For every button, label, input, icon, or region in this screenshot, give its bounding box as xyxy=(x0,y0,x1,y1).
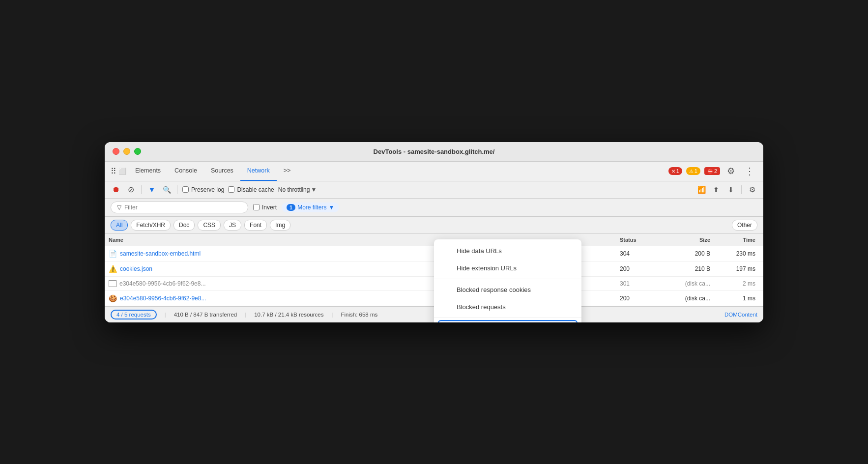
error-icon: ✕ xyxy=(671,169,675,174)
close-button[interactable] xyxy=(113,148,119,155)
tab-network[interactable]: Network xyxy=(240,162,277,181)
warning-icon: ⚠ xyxy=(689,169,694,174)
td-status-2: 301 xyxy=(616,279,655,288)
more-filters-arrow-icon: ▼ xyxy=(328,204,334,211)
doc-icon: 📄 xyxy=(109,250,117,258)
network-settings-icon[interactable]: ⚙ xyxy=(747,184,757,195)
preserve-log-label[interactable]: Preserve log xyxy=(182,186,224,193)
td-size-2: (disk ca... xyxy=(655,279,714,288)
row-filename-1: cookies.json xyxy=(120,265,152,272)
transferred-size: 410 B / 847 B transferred xyxy=(174,312,237,318)
more-filters-dropdown: Hide data URLs Hide extension URLs Block… xyxy=(434,239,581,322)
upload-icon[interactable]: ⬆ xyxy=(711,184,722,195)
chip-js[interactable]: JS xyxy=(224,220,241,231)
dropdown-separator-1 xyxy=(434,279,581,279)
td-status-0: 304 xyxy=(616,249,655,258)
online-icon[interactable]: 📶 xyxy=(696,184,707,195)
chip-other[interactable]: Other xyxy=(732,220,757,231)
filter-input-wrap: ▽ xyxy=(111,202,248,213)
tabs-bar: ⠿ ⬜ Elements Console Sources Network >> … xyxy=(105,162,763,181)
error-badge[interactable]: ✕ 1 xyxy=(668,167,682,175)
td-size-0: 200 B xyxy=(655,249,714,258)
invert-label[interactable]: Invert xyxy=(253,204,277,211)
toolbar-divider-2 xyxy=(177,185,177,194)
block-badge[interactable]: ⛔ 2 xyxy=(704,167,720,175)
chip-css[interactable]: CSS xyxy=(198,220,221,231)
chip-doc[interactable]: Doc xyxy=(174,220,195,231)
dropdown-hide-extension-urls[interactable]: Hide extension URLs xyxy=(434,260,581,277)
filter-input[interactable] xyxy=(124,204,223,211)
warning-badge[interactable]: ⚠ 1 xyxy=(686,167,700,175)
warning-row-icon: ⚠️ xyxy=(109,265,117,273)
th-status: Status xyxy=(616,236,655,244)
td-size-1: 210 B xyxy=(655,264,714,273)
selector-icon[interactable]: ⠿ xyxy=(111,167,116,176)
toolbar: ⏺ ⊘ ▼ 🔍 Preserve log Disable cache No th… xyxy=(105,181,763,199)
chip-fetch-xhr[interactable]: Fetch/XHR xyxy=(131,220,171,231)
dropdown-blocked-response-cookies[interactable]: Blocked response cookies xyxy=(434,281,581,298)
network-content: ⏺ ⊘ ▼ 🔍 Preserve log Disable cache No th… xyxy=(105,181,763,322)
invert-checkbox[interactable] xyxy=(253,204,260,210)
tab-sources[interactable]: Sources xyxy=(204,162,240,181)
resource-size: 10.7 kB / 21.4 kB resources xyxy=(254,312,323,318)
traffic-lights xyxy=(113,148,141,155)
block-icon: ⛔ xyxy=(707,169,713,174)
row-filename-2: e304e580-9956-4cb6-9f62-9e8... xyxy=(119,280,205,287)
td-time-0: 230 ms xyxy=(714,249,763,258)
clear-button[interactable]: ⊘ xyxy=(125,184,136,195)
device-icon[interactable]: ⬜ xyxy=(118,168,126,175)
toolbar-divider-1 xyxy=(141,185,142,194)
dropdown-hide-data-urls[interactable]: Hide data URLs xyxy=(434,242,581,260)
td-time-3: 1 ms xyxy=(714,294,763,303)
download-icon[interactable]: ⬇ xyxy=(725,184,736,195)
titlebar: DevTools - samesite-sandbox.glitch.me/ xyxy=(105,142,763,162)
requests-count: 4 / 5 requests xyxy=(111,310,157,319)
throttle-container: No throttling ▼ xyxy=(278,186,317,193)
td-status-1: 200 xyxy=(616,264,655,273)
preserve-log-checkbox[interactable] xyxy=(182,186,189,193)
maximize-button[interactable] xyxy=(134,148,141,155)
finish-time: Finish: 658 ms xyxy=(341,312,377,318)
dropdown-separator-2 xyxy=(434,318,581,318)
dropdown-third-party-requests[interactable]: ✓ 3rd-party requests xyxy=(438,320,578,322)
tab-more[interactable]: >> xyxy=(277,162,298,181)
td-time-1: 197 ms xyxy=(714,264,763,273)
tab-elements[interactable]: Elements xyxy=(128,162,168,181)
td-status-3: 200 xyxy=(616,294,655,303)
filter-icon[interactable]: ▼ xyxy=(146,184,157,195)
td-time-2: 2 ms xyxy=(714,279,763,288)
settings-icon[interactable]: ⚙ xyxy=(724,164,738,178)
more-filters-button[interactable]: 1 More filters ▼ xyxy=(282,203,339,212)
td-size-3: (disk ca... xyxy=(655,294,714,303)
toolbar-divider-3 xyxy=(741,185,742,194)
chip-img[interactable]: Img xyxy=(270,220,290,231)
badge-area: ✕ 1 ⚠ 1 ⛔ 2 ⚙ ⋮ xyxy=(668,163,757,179)
window-title: DevTools - samesite-sandbox.glitch.me/ xyxy=(374,148,495,155)
record-button[interactable]: ⏺ xyxy=(111,184,121,195)
dropdown-blocked-requests[interactable]: Blocked requests xyxy=(434,298,581,316)
th-size: Size xyxy=(655,236,714,244)
disable-cache-label[interactable]: Disable cache xyxy=(228,186,274,193)
devtools-window: DevTools - samesite-sandbox.glitch.me/ ⠿… xyxy=(105,142,763,322)
filter-funnel-icon: ▽ xyxy=(117,204,121,211)
chip-font[interactable]: Font xyxy=(244,220,267,231)
row-filename-3: e304e580-9956-4cb6-9f62-9e8... xyxy=(120,295,206,302)
row-filename-0: samesite-sandbox-embed.html xyxy=(120,250,201,257)
tab-console[interactable]: Console xyxy=(168,162,204,181)
resource-icon xyxy=(109,280,116,287)
filter-bar: ▽ Invert 1 More filters ▼ xyxy=(105,199,763,217)
cookie-icon: 🍪 xyxy=(109,294,117,302)
dom-content-label: DOMContent xyxy=(724,312,757,318)
type-chips: All Fetch/XHR Doc CSS JS Font Img Other xyxy=(105,217,763,234)
search-icon[interactable]: 🔍 xyxy=(161,184,172,195)
disable-cache-checkbox[interactable] xyxy=(228,186,234,193)
minimize-button[interactable] xyxy=(123,148,130,155)
chip-all[interactable]: All xyxy=(111,220,128,231)
more-options-icon[interactable]: ⋮ xyxy=(742,163,757,179)
th-time: Time xyxy=(714,236,763,244)
throttle-arrow[interactable]: ▼ xyxy=(311,186,317,193)
